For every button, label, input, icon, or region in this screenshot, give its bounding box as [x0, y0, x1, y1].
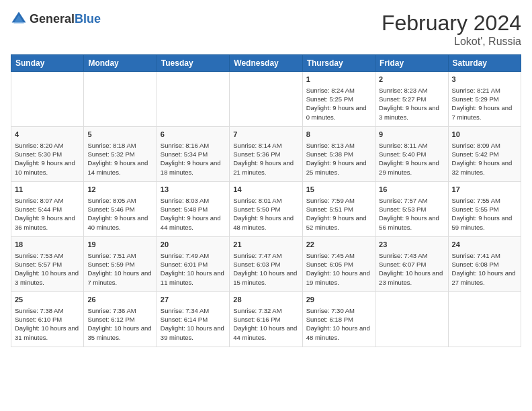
day-info: Sunrise: 7:34 AMSunset: 6:14 PMDaylight:…: [161, 306, 226, 342]
day-number: 20: [161, 240, 226, 250]
day-info: Sunrise: 8:09 AMSunset: 5:42 PMDaylight:…: [452, 141, 517, 177]
day-info: Sunrise: 7:51 AMSunset: 5:59 PMDaylight:…: [87, 251, 152, 287]
calendar-day-cell: 24Sunrise: 7:41 AMSunset: 6:08 PMDayligh…: [448, 237, 521, 292]
calendar-day-cell: 15Sunrise: 7:59 AMSunset: 5:51 PMDayligh…: [302, 182, 375, 237]
calendar-day-cell: 6Sunrise: 8:16 AMSunset: 5:34 PMDaylight…: [157, 127, 229, 182]
logo-text: GeneralBlue: [30, 12, 101, 26]
calendar-day-cell: 22Sunrise: 7:45 AMSunset: 6:05 PMDayligh…: [302, 237, 375, 292]
calendar-day-header: Thursday: [302, 55, 375, 72]
day-info: Sunrise: 8:13 AMSunset: 5:38 PMDaylight:…: [306, 141, 371, 177]
calendar-day-cell: 25Sunrise: 7:38 AMSunset: 6:10 PMDayligh…: [11, 292, 84, 347]
calendar-day-cell: 9Sunrise: 8:11 AMSunset: 5:40 PMDaylight…: [375, 127, 448, 182]
day-info: Sunrise: 7:43 AMSunset: 6:07 PMDaylight:…: [379, 251, 444, 287]
day-info: Sunrise: 7:36 AMSunset: 6:12 PMDaylight:…: [87, 306, 152, 342]
calendar-day-header: Friday: [375, 55, 448, 72]
day-number: 3: [452, 75, 517, 85]
day-number: 22: [306, 240, 371, 250]
day-number: 5: [87, 130, 152, 140]
calendar-header-row: SundayMondayTuesdayWednesdayThursdayFrid…: [11, 55, 521, 72]
calendar-day-cell: 4Sunrise: 8:20 AMSunset: 5:30 PMDaylight…: [11, 127, 84, 182]
day-info: Sunrise: 7:30 AMSunset: 6:18 PMDaylight:…: [306, 306, 371, 342]
day-number: 18: [15, 240, 80, 250]
day-number: 6: [161, 130, 226, 140]
header: GeneralBlue February 2024 Lokot', Russia: [11, 11, 521, 48]
day-number: 2: [379, 75, 444, 85]
day-info: Sunrise: 8:14 AMSunset: 5:36 PMDaylight:…: [233, 141, 298, 177]
calendar-day-cell: 16Sunrise: 7:57 AMSunset: 5:53 PMDayligh…: [375, 182, 448, 237]
calendar-day-cell: 10Sunrise: 8:09 AMSunset: 5:42 PMDayligh…: [448, 127, 521, 182]
day-info: Sunrise: 8:24 AMSunset: 5:25 PMDaylight:…: [306, 86, 371, 122]
day-info: Sunrise: 7:38 AMSunset: 6:10 PMDaylight:…: [15, 306, 80, 342]
day-info: Sunrise: 8:07 AMSunset: 5:44 PMDaylight:…: [15, 196, 80, 232]
day-number: 15: [306, 185, 371, 195]
day-info: Sunrise: 7:47 AMSunset: 6:03 PMDaylight:…: [233, 251, 298, 287]
calendar-day-cell: 29Sunrise: 7:30 AMSunset: 6:18 PMDayligh…: [302, 292, 375, 347]
calendar-day-cell: 14Sunrise: 8:01 AMSunset: 5:50 PMDayligh…: [230, 182, 302, 237]
calendar-day-cell: 27Sunrise: 7:34 AMSunset: 6:14 PMDayligh…: [157, 292, 229, 347]
calendar-day-cell: 12Sunrise: 8:05 AMSunset: 5:46 PMDayligh…: [84, 182, 157, 237]
logo: GeneralBlue: [11, 11, 101, 27]
day-info: Sunrise: 8:23 AMSunset: 5:27 PMDaylight:…: [379, 86, 444, 122]
day-number: 4: [15, 130, 80, 140]
day-number: 27: [161, 295, 226, 305]
day-number: 13: [161, 185, 226, 195]
calendar-day-cell: 11Sunrise: 8:07 AMSunset: 5:44 PMDayligh…: [11, 182, 84, 237]
calendar-day-header: Tuesday: [157, 55, 229, 72]
day-info: Sunrise: 7:53 AMSunset: 5:57 PMDaylight:…: [15, 251, 80, 287]
calendar-day-header: Sunday: [11, 55, 84, 72]
calendar-day-cell: 1Sunrise: 8:24 AMSunset: 5:25 PMDaylight…: [302, 72, 375, 127]
day-number: 8: [306, 130, 371, 140]
day-info: Sunrise: 8:21 AMSunset: 5:29 PMDaylight:…: [452, 86, 517, 122]
calendar-day-cell: [11, 72, 84, 127]
day-info: Sunrise: 7:57 AMSunset: 5:53 PMDaylight:…: [379, 196, 444, 232]
day-number: 11: [15, 185, 80, 195]
month-title: February 2024: [382, 11, 521, 36]
calendar-day-cell: 3Sunrise: 8:21 AMSunset: 5:29 PMDaylight…: [448, 72, 521, 127]
calendar-day-cell: 23Sunrise: 7:43 AMSunset: 6:07 PMDayligh…: [375, 237, 448, 292]
calendar-day-cell: 20Sunrise: 7:49 AMSunset: 6:01 PMDayligh…: [157, 237, 229, 292]
day-number: 1: [306, 75, 371, 85]
calendar-day-cell: 13Sunrise: 8:03 AMSunset: 5:48 PMDayligh…: [157, 182, 229, 237]
day-number: 29: [306, 295, 371, 305]
day-number: 7: [233, 130, 298, 140]
day-info: Sunrise: 8:18 AMSunset: 5:32 PMDaylight:…: [87, 141, 152, 177]
day-number: 19: [87, 240, 152, 250]
calendar-day-cell: [84, 72, 157, 127]
calendar-week-row: 18Sunrise: 7:53 AMSunset: 5:57 PMDayligh…: [11, 237, 521, 292]
calendar-day-cell: 26Sunrise: 7:36 AMSunset: 6:12 PMDayligh…: [84, 292, 157, 347]
day-info: Sunrise: 8:05 AMSunset: 5:46 PMDaylight:…: [87, 196, 152, 232]
day-number: 17: [452, 185, 517, 195]
day-info: Sunrise: 8:16 AMSunset: 5:34 PMDaylight:…: [161, 141, 226, 177]
calendar-day-header: Saturday: [448, 55, 521, 72]
day-number: 14: [233, 185, 298, 195]
calendar-day-cell: 8Sunrise: 8:13 AMSunset: 5:38 PMDaylight…: [302, 127, 375, 182]
title-block: February 2024 Lokot', Russia: [382, 11, 521, 48]
calendar-day-cell: [375, 292, 448, 347]
day-info: Sunrise: 7:45 AMSunset: 6:05 PMDaylight:…: [306, 251, 371, 287]
day-info: Sunrise: 7:59 AMSunset: 5:51 PMDaylight:…: [306, 196, 371, 232]
day-info: Sunrise: 8:11 AMSunset: 5:40 PMDaylight:…: [379, 141, 444, 177]
day-number: 12: [87, 185, 152, 195]
day-number: 25: [15, 295, 80, 305]
calendar-day-header: Monday: [84, 55, 157, 72]
calendar-table: SundayMondayTuesdayWednesdayThursdayFrid…: [11, 54, 521, 347]
calendar-day-cell: [230, 72, 302, 127]
calendar-day-cell: [157, 72, 229, 127]
day-number: 23: [379, 240, 444, 250]
day-info: Sunrise: 8:03 AMSunset: 5:48 PMDaylight:…: [161, 196, 226, 232]
day-number: 21: [233, 240, 298, 250]
calendar-day-cell: 5Sunrise: 8:18 AMSunset: 5:32 PMDaylight…: [84, 127, 157, 182]
day-info: Sunrise: 7:49 AMSunset: 6:01 PMDaylight:…: [161, 251, 226, 287]
calendar-day-cell: 17Sunrise: 7:55 AMSunset: 5:55 PMDayligh…: [448, 182, 521, 237]
location: Lokot', Russia: [382, 36, 521, 48]
calendar-week-row: 25Sunrise: 7:38 AMSunset: 6:10 PMDayligh…: [11, 292, 521, 347]
day-number: 10: [452, 130, 517, 140]
calendar-week-row: 4Sunrise: 8:20 AMSunset: 5:30 PMDaylight…: [11, 127, 521, 182]
day-number: 9: [379, 130, 444, 140]
page: GeneralBlue February 2024 Lokot', Russia…: [0, 0, 532, 411]
day-number: 16: [379, 185, 444, 195]
day-info: Sunrise: 7:55 AMSunset: 5:55 PMDaylight:…: [452, 196, 517, 232]
calendar-day-cell: 21Sunrise: 7:47 AMSunset: 6:03 PMDayligh…: [230, 237, 302, 292]
calendar-week-row: 1Sunrise: 8:24 AMSunset: 5:25 PMDaylight…: [11, 72, 521, 127]
day-number: 28: [233, 295, 298, 305]
